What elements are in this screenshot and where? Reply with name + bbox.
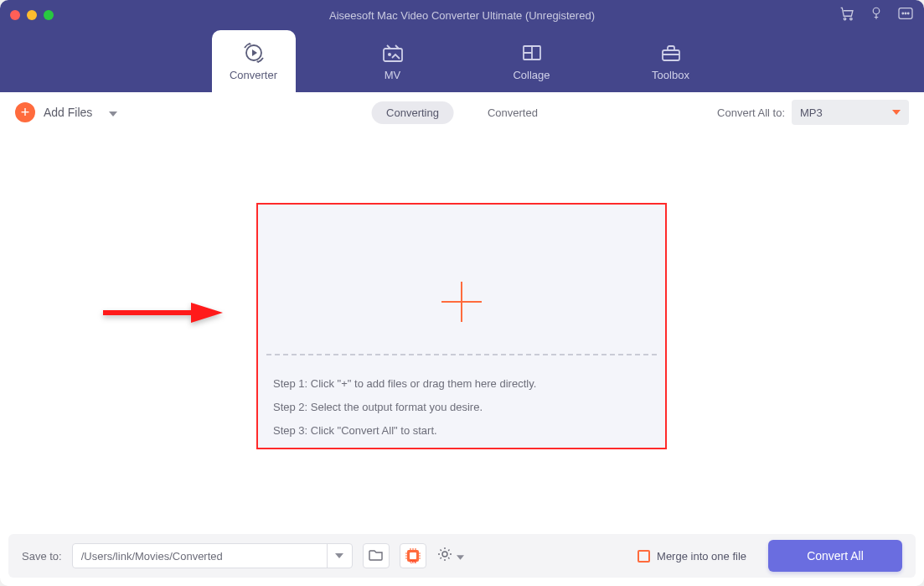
step-1-text: Step 1: Click "+" to add files or drag t… [273, 372, 536, 396]
svg-marker-34 [457, 555, 464, 559]
drop-zone[interactable]: Step 1: Click "+" to add files or drag t… [256, 203, 667, 449]
gpu-chip-icon: ON [404, 547, 422, 565]
tab-label: Converter [230, 69, 277, 81]
svg-point-4 [902, 13, 904, 14]
svg-marker-20 [335, 553, 343, 558]
svg-point-0 [844, 18, 845, 19]
convert-all-button[interactable]: Convert All [768, 540, 902, 572]
tab-converter[interactable]: Converter [212, 30, 296, 92]
svg-rect-11 [384, 49, 402, 61]
svg-point-2 [873, 8, 880, 14]
add-files-label: Add Files [44, 106, 92, 119]
output-format-select[interactable]: MP3 [792, 100, 909, 125]
save-path-dropdown[interactable] [327, 544, 352, 568]
dropdown-triangle-icon [892, 110, 901, 115]
annotation-arrow-icon [99, 300, 225, 329]
status-tabs: Converting Converted [371, 101, 553, 124]
gpu-acceleration-button[interactable]: ON [400, 543, 426, 568]
minimize-window-button[interactable] [27, 10, 37, 20]
bottom-bar: Save to: /Users/link/Movies/Converted ON [8, 534, 916, 578]
svg-point-1 [850, 18, 852, 19]
tab-collage[interactable]: Collage [490, 30, 574, 92]
sub-toolbar: + Add Files Converting Converted Convert… [0, 92, 924, 132]
folder-icon [369, 548, 384, 564]
divider [266, 354, 657, 355]
plus-icon: + [15, 102, 35, 122]
tab-converted[interactable]: Converted [472, 101, 553, 124]
chevron-down-icon[interactable] [109, 105, 117, 120]
add-files-button[interactable]: + Add Files [15, 102, 117, 122]
convert-all-to-label: Convert All to: [717, 106, 785, 119]
chevron-down-icon [457, 548, 464, 563]
add-files-plus-button[interactable] [440, 280, 483, 324]
collage-icon [519, 42, 545, 64]
key-icon[interactable] [869, 6, 884, 24]
content-area: Step 1: Click "+" to add files or drag t… [0, 132, 924, 526]
svg-point-12 [388, 53, 391, 56]
format-value: MP3 [800, 106, 823, 119]
tab-converting[interactable]: Converting [371, 101, 454, 124]
maximize-window-button[interactable] [44, 10, 54, 20]
tab-label: MV [385, 69, 401, 81]
merge-checkbox[interactable]: Merge into one file [638, 550, 746, 563]
menu-icon[interactable] [897, 7, 914, 23]
close-window-button[interactable] [10, 10, 20, 20]
svg-rect-22 [410, 552, 416, 559]
checkbox-icon [638, 550, 650, 563]
cart-icon[interactable] [839, 6, 855, 24]
svg-marker-17 [191, 303, 223, 323]
instructions: Step 1: Click "+" to add files or drag t… [273, 372, 536, 443]
convert-all-label: Convert All [807, 549, 864, 563]
svg-point-6 [907, 13, 909, 14]
svg-rect-14 [663, 50, 679, 60]
title-bar: Aiseesoft Mac Video Converter Ultimate (… [0, 0, 924, 30]
tab-label: Toolbox [652, 69, 689, 81]
svg-point-33 [442, 552, 447, 557]
tab-label: Collage [513, 69, 550, 81]
svg-marker-15 [109, 111, 117, 117]
step-3-text: Step 3: Click "Convert All" to start. [273, 419, 536, 443]
save-to-label: Save to: [22, 550, 62, 563]
tab-mv[interactable]: MV [351, 30, 435, 92]
window-controls [10, 10, 54, 20]
settings-button[interactable] [436, 546, 464, 566]
toolbox-icon [658, 42, 684, 64]
step-2-text: Step 2: Select the output format you des… [273, 396, 536, 419]
merge-label: Merge into one file [657, 550, 746, 563]
gear-icon [436, 546, 453, 566]
open-folder-button[interactable] [363, 543, 390, 568]
converter-icon [241, 42, 266, 64]
main-nav: Converter MV Collage Toolbox [0, 30, 924, 92]
app-window: Aiseesoft Mac Video Converter Ultimate (… [0, 0, 924, 586]
svg-marker-8 [252, 49, 257, 56]
tab-toolbox[interactable]: Toolbox [629, 30, 713, 92]
save-path-value: /Users/link/Movies/Converted [73, 550, 327, 563]
svg-point-5 [905, 13, 906, 14]
mv-icon [380, 42, 405, 64]
window-title: Aiseesoft Mac Video Converter Ultimate (… [0, 9, 924, 22]
svg-text:ON: ON [410, 559, 416, 564]
save-path-field[interactable]: /Users/link/Movies/Converted [72, 543, 353, 568]
